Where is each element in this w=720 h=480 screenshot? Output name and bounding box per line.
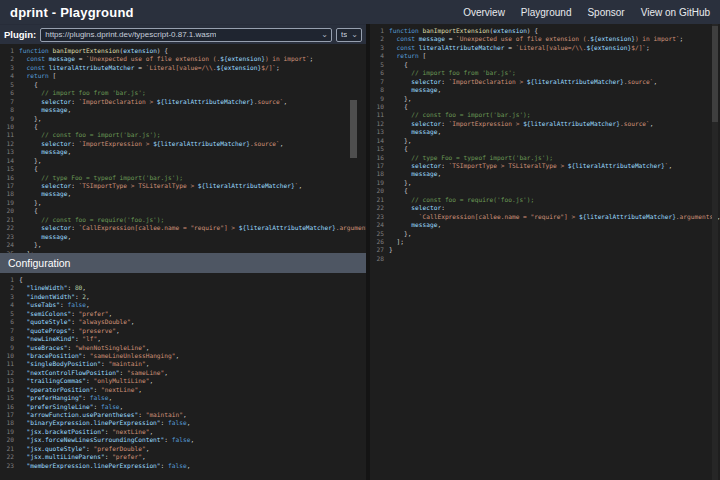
code-line: 22 selector: — [370, 204, 720, 212]
line-number: 19 — [0, 199, 19, 207]
line-number: 12 — [0, 140, 19, 148]
code-line: 5 { — [0, 81, 366, 89]
line-number: 5 — [0, 310, 19, 318]
line-number: 24 — [370, 221, 389, 229]
code-line: 10 { — [0, 123, 366, 131]
code-line: 4 "useTabs": false, — [0, 301, 366, 309]
nav-link-overview[interactable]: Overview — [463, 7, 505, 18]
line-number: 21 — [370, 196, 389, 204]
source-code-editor[interactable]: 1function banImportExtension(extension) … — [0, 44, 366, 253]
line-number: 8 — [0, 335, 19, 343]
line-number: 6 — [0, 89, 19, 97]
code-line: 13 message, — [0, 148, 366, 156]
line-number: 13 — [370, 128, 389, 136]
code-line: 28 — [370, 255, 720, 263]
code-line: 2 "lineWidth": 80, — [0, 284, 366, 292]
line-number: 12 — [0, 369, 19, 377]
line-number: 25 — [370, 230, 389, 238]
language-value: ts — [341, 30, 347, 39]
code-line: 21 // const foo = require('foo.js'); — [370, 196, 720, 204]
line-number: 18 — [0, 419, 19, 427]
line-number: 15 — [370, 145, 389, 153]
code-line: 17 "arrowFunction.useParentheses": "main… — [0, 411, 366, 419]
code-line: 12 selector: `ImportExpression > ${liter… — [0, 140, 366, 148]
code-line: 14 }, — [370, 137, 720, 145]
code-line: 11 "singleBodyPosition": "maintain", — [0, 360, 366, 368]
line-number: 22 — [0, 453, 19, 461]
code-line: 20 { — [370, 187, 720, 195]
code-line: 4 return [ — [0, 72, 366, 80]
code-line: 8 message, — [370, 86, 720, 94]
line-number: 22 — [0, 224, 19, 232]
line-number: 24 — [0, 241, 19, 249]
formatted-output-editor: 1function banImportExtension(extension) … — [370, 24, 720, 480]
chevron-down-icon: ⌄ — [348, 32, 358, 38]
line-number: 18 — [370, 170, 389, 178]
code-line: 7 selector: `ImportDeclaration > ${liter… — [0, 98, 366, 106]
line-number: 23 — [0, 462, 19, 470]
code-line: 8 "newLineKind": "lf", — [0, 335, 366, 343]
code-line: 15 "preferHanging": false, — [0, 394, 366, 402]
code-line: 1function banImportExtension(extension) … — [370, 27, 720, 35]
line-number: 28 — [370, 255, 389, 263]
code-line: 19 "jsx.bracketPosition": "nextLine", — [0, 428, 366, 436]
line-number: 20 — [0, 207, 19, 215]
line-number: 12 — [370, 120, 389, 128]
code-line: 24 }, — [0, 241, 366, 249]
line-number: 21 — [0, 216, 19, 224]
line-number: 5 — [370, 61, 389, 69]
plugin-url-select[interactable]: https://plugins.dprint.dev/typescript-0.… — [40, 28, 332, 42]
code-line: 22 "jsx.multiLineParens": "prefer", — [0, 453, 366, 461]
line-number: 26 — [370, 238, 389, 246]
code-line: 11 // const foo = import('bar.js'); — [370, 111, 720, 119]
output-editor-scrollbar-thumb[interactable] — [712, 26, 718, 122]
line-number: 16 — [370, 154, 389, 162]
configuration-editor[interactable]: 1{2 "lineWidth": 80,3 "indentWidth": 2,4… — [0, 273, 366, 480]
code-line: 5 { — [370, 61, 720, 69]
line-number: 19 — [370, 179, 389, 187]
line-number: 4 — [0, 72, 19, 80]
line-number: 17 — [370, 162, 389, 170]
line-number: 11 — [0, 360, 19, 368]
code-line: 2 const message = `Unexpected use of fil… — [0, 55, 366, 63]
line-number: 10 — [370, 103, 389, 111]
nav-link-playground[interactable]: Playground — [521, 7, 572, 18]
code-line: 19 }, — [370, 179, 720, 187]
nav-link-sponsor[interactable]: Sponsor — [587, 7, 624, 18]
code-line: 3 "indentWidth": 2, — [0, 293, 366, 301]
source-editor-scrollbar-thumb[interactable] — [350, 100, 357, 158]
code-line: 6 "quoteStyle": "alwaysDouble", — [0, 318, 366, 326]
code-line: 25 }, — [370, 230, 720, 238]
line-number: 13 — [0, 377, 19, 385]
code-line: 9 }, — [0, 115, 366, 123]
code-line: 23 `CallExpression[callee.name = "requir… — [370, 213, 720, 221]
nav-link-view-on-github[interactable]: View on GitHub — [641, 7, 710, 18]
language-select[interactable]: ts ⌄ — [336, 28, 362, 42]
code-line: 12 "nextControlFlowPosition": "sameLine"… — [0, 369, 366, 377]
line-number: 1 — [0, 276, 19, 284]
line-number: 14 — [370, 137, 389, 145]
line-number: 14 — [0, 386, 19, 394]
code-line: 1{ — [0, 276, 366, 284]
top-bar: dprint - Playground Overview Playground … — [0, 0, 720, 24]
code-line: 10 "bracePosition": "sameLineUnlessHangi… — [0, 352, 366, 360]
line-number: 9 — [0, 115, 19, 123]
code-line: 9 }, — [370, 95, 720, 103]
line-number: 11 — [370, 111, 389, 119]
code-line: 8 message, — [0, 106, 366, 114]
line-number: 8 — [0, 106, 19, 114]
code-line: 17 selector: `TSImportType > TSLiteralTy… — [370, 162, 720, 170]
line-number: 7 — [0, 98, 19, 106]
code-line: 18 message, — [370, 170, 720, 178]
code-line: 15 { — [0, 165, 366, 173]
line-number: 3 — [0, 64, 19, 72]
code-line: 14 }, — [0, 157, 366, 165]
line-number: 16 — [0, 403, 19, 411]
code-line: 16 // type Foo = typeof import('bar.js')… — [370, 154, 720, 162]
plugin-url-value: https://plugins.dprint.dev/typescript-0.… — [45, 30, 216, 39]
configuration-title: Configuration — [8, 257, 70, 269]
code-line: 6 // import foo from 'bar.js'; — [0, 89, 366, 97]
code-line: 13 message, — [370, 128, 720, 136]
line-number: 2 — [370, 35, 389, 43]
plugin-label: Plugin: — [4, 29, 36, 40]
